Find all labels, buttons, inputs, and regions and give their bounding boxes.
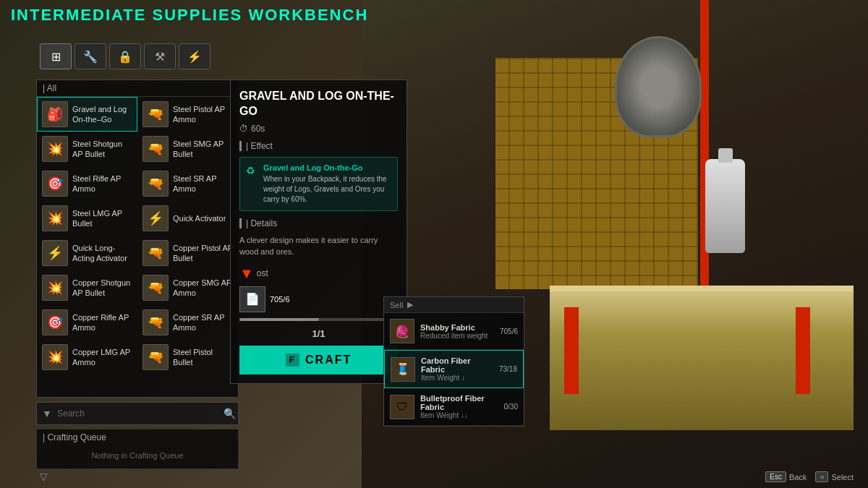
sell-header: Sell ▶ <box>384 297 524 313</box>
red-arrow-icon: ▼ <box>239 265 254 282</box>
select-key: ○ <box>815 471 828 482</box>
esc-label: Back <box>789 473 807 481</box>
effect-icon: ♻ <box>246 165 259 178</box>
key-hint-select: ○ Select <box>815 471 854 482</box>
craft-key: F <box>286 354 299 367</box>
search-input[interactable] <box>57 408 221 419</box>
sell-item-qty-bulletproof: 0/30 <box>504 403 518 411</box>
list-item[interactable]: 💥 Steel LMG AP Bullet <box>37 201 137 236</box>
craft-time-value: 60s <box>251 124 265 134</box>
red-frame-vertical <box>700 0 709 311</box>
list-item[interactable]: 💥 Steel Shotgun AP Bullet <box>37 132 137 166</box>
item-label: Steel SMG AP Bullet <box>173 139 233 160</box>
list-item[interactable]: 🔫 Copper SR AP Ammo <box>137 305 238 340</box>
effect-title: Gravel and Log On-the-Go <box>263 163 391 172</box>
sell-item-bulletproof[interactable]: 🛡 Bulletproof Fiber Fabric Item Weight ↓… <box>384 388 524 426</box>
list-item[interactable]: ⚡ Quick Activator <box>137 201 238 236</box>
item-label: Copper Rifle AP Ammo <box>72 312 132 333</box>
key-hints-right: Esc Back ○ Select <box>765 471 854 482</box>
quantity-slider[interactable] <box>239 318 398 321</box>
workbench-table <box>550 286 854 430</box>
item-icon: 🔫 <box>142 275 169 301</box>
sell-item-sub-shabby: Reduced item weight <box>420 332 494 340</box>
sell-item-qty-shabby: 705/6 <box>500 328 518 335</box>
item-icon: 🎯 <box>42 171 68 197</box>
list-item[interactable]: 🔫 Steel SR AP Ammo <box>137 166 238 201</box>
cost-item: 📄 705/6 <box>239 286 398 312</box>
item-icon: 💥 <box>42 275 68 301</box>
effect-section-header: | Effect <box>239 141 398 151</box>
item-icon: 🔫 <box>142 344 169 370</box>
details-section-header: | Details <box>239 218 398 228</box>
sell-panel: Sell ▶ 🧶 Shabby Fabric Reduced item weig… <box>383 296 524 427</box>
detail-panel: GRAVEL AND LOG ON-THE-GO ⏱ 60s | Effect … <box>230 80 407 384</box>
tab-tools[interactable]: 🔧 <box>75 43 106 69</box>
item-icon: 💥 <box>42 136 68 162</box>
table-leg-left <box>564 307 579 394</box>
list-item[interactable]: 🔫 Steel Pistol AP Ammo <box>137 97 238 132</box>
crafting-queue: | Crafting Queue Nothing in Crafting Que… <box>36 429 239 469</box>
item-label: Steel SR AP Ammo <box>173 174 233 194</box>
cost-section: ▼ ost 📄 705/6 <box>239 265 398 312</box>
item-icon: 🎒 <box>42 101 68 127</box>
craft-button[interactable]: F CRAFT <box>239 346 398 374</box>
sell-item-name-shabby: Shabby Fabric <box>420 323 494 332</box>
item-label: Copper LMG AP Ammo <box>72 347 132 368</box>
item-label: Steel Pistol AP Ammo <box>173 104 233 125</box>
list-item[interactable]: 💥 Copper LMG AP Ammo <box>37 340 137 374</box>
list-item[interactable]: 🎯 Copper Rifle AP Ammo <box>37 305 137 340</box>
key-hint-esc: Esc Back <box>765 471 807 482</box>
tab-build[interactable]: ⚒ <box>144 43 176 69</box>
craft-label: CRAFT <box>305 354 352 367</box>
quantity-slider-fill <box>239 318 319 321</box>
list-item[interactable]: 🔫 Copper SMG AP Ammo <box>137 270 238 305</box>
item-label: Copper SMG AP Ammo <box>173 278 233 299</box>
details-text: A clever design makes it easier to carry… <box>239 234 398 258</box>
list-item[interactable]: 🎯 Steel Rifle AP Ammo <box>37 166 137 201</box>
sell-item-info-carbon: Carbon Fiber Fabric Item Weight ↓ <box>421 356 493 382</box>
item-icon: 🔫 <box>142 136 169 162</box>
list-item[interactable]: 🔫 Copper Pistol AP Bullet <box>137 236 238 270</box>
list-item[interactable]: 🎒 Gravel and Log On-the–Go <box>37 97 137 132</box>
tab-locks[interactable]: 🔒 <box>109 43 141 69</box>
tab-power[interactable]: ⚡ <box>179 43 210 69</box>
search-bar[interactable]: ▼ 🔍 <box>36 402 239 425</box>
list-item[interactable]: 🔫 Steel SMG AP Bullet <box>137 132 238 166</box>
search-magnify-icon: 🔍 <box>221 408 238 419</box>
cost-item-icon: 📄 <box>239 286 265 312</box>
sell-arrow-icon: ▶ <box>407 300 413 309</box>
list-item[interactable]: 🔫 Steel Pistol Bullet <box>137 340 238 374</box>
item-label: Copper Pistol AP Bullet <box>173 243 233 264</box>
item-icon: 💥 <box>42 205 68 231</box>
tab-all[interactable]: ⊞ <box>40 43 72 69</box>
sell-item-qty-carbon: 73/18 <box>499 365 517 373</box>
item-icon: 🔫 <box>142 309 169 335</box>
item-icon: 🔫 <box>142 171 169 197</box>
sell-item-carbon[interactable]: 🧵 Carbon Fiber Fabric Item Weight ↓ 73/1… <box>384 350 524 388</box>
sell-item-icon-bulletproof: 🛡 <box>390 395 414 419</box>
ui-panel: INTERMEDIATE SUPPLIES WORKBENCH ⊞ 🔧 🔒 ⚒ … <box>0 0 391 488</box>
item-list-panel: | All 🎒 Gravel and Log On-the–Go 🔫 Steel… <box>36 80 239 398</box>
sell-item-name-carbon: Carbon Fiber Fabric <box>421 356 493 374</box>
cost-item-qty: 705/6 <box>270 295 290 304</box>
item-icon: ⚡ <box>42 240 68 266</box>
list-item[interactable]: 💥 Copper Shotgun AP Bullet <box>37 270 137 305</box>
helmet-decoration <box>615 36 702 137</box>
sell-item-sub-carbon: Item Weight ↓ <box>421 374 493 382</box>
item-label: Gravel and Log On-the–Go <box>72 104 132 125</box>
workbench-title: INTERMEDIATE SUPPLIES WORKBENCH <box>11 6 368 25</box>
bottle-decoration <box>705 159 745 253</box>
clock-icon: ⏱ <box>239 124 248 134</box>
list-item[interactable]: ⚡ Quick Long-Acting Activator <box>37 236 137 270</box>
sell-item-info-shabby: Shabby Fabric Reduced item weight <box>420 323 494 340</box>
item-icon: 💥 <box>42 344 68 370</box>
category-tabs: ⊞ 🔧 🔒 ⚒ ⚡ <box>40 43 210 69</box>
quantity-row <box>239 318 398 321</box>
item-icon: 🔫 <box>142 101 169 127</box>
sell-item-icon-shabby: 🧶 <box>390 319 414 343</box>
esc-key: Esc <box>765 471 786 482</box>
cost-label: ost <box>257 268 268 278</box>
item-icon: 🔫 <box>142 240 169 266</box>
item-icon: ⚡ <box>142 205 169 231</box>
sell-item-shabby[interactable]: 🧶 Shabby Fabric Reduced item weight 705/… <box>384 313 524 350</box>
